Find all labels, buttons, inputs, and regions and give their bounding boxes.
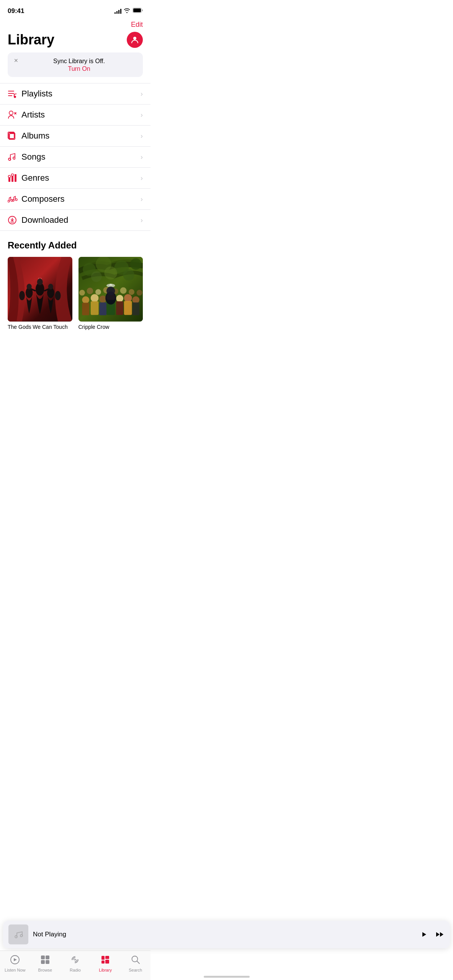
playlists-label: Playlists (21, 89, 141, 99)
svg-point-6 (9, 111, 13, 115)
svg-rect-54 (82, 303, 89, 315)
svg-point-32 (27, 284, 32, 290)
svg-rect-16 (15, 174, 16, 182)
svg-rect-58 (116, 301, 123, 315)
svg-point-35 (19, 291, 25, 300)
recently-added-section: Recently Added (0, 231, 150, 330)
songs-icon (8, 152, 21, 162)
library-item-artists[interactable]: Artists › (0, 105, 150, 126)
downloaded-label: Downloaded (21, 215, 141, 225)
album-grid: The Gods We Can Touch (0, 257, 150, 330)
composers-chevron: › (141, 195, 143, 203)
composers-label: Composers (21, 194, 141, 204)
album-art-1 (78, 257, 143, 322)
library-item-composers[interactable]: Composers › (0, 189, 150, 210)
svg-point-44 (91, 271, 101, 282)
svg-point-67 (129, 289, 134, 295)
album-name-0: The Gods We Can Touch (8, 324, 72, 330)
svg-rect-56 (99, 302, 106, 315)
album-art-0 (8, 257, 72, 322)
svg-point-49 (99, 296, 106, 303)
genres-label: Genres (21, 173, 141, 183)
artists-icon (8, 110, 21, 119)
genres-icon (8, 173, 21, 183)
library-list: Playlists › Artists › (0, 83, 150, 231)
svg-point-66 (120, 287, 126, 294)
edit-button[interactable]: Edit (131, 21, 143, 29)
svg-rect-59 (124, 301, 132, 315)
svg-point-47 (82, 296, 89, 304)
svg-point-51 (116, 295, 123, 302)
svg-point-46 (123, 269, 134, 281)
svg-point-48 (90, 294, 98, 302)
recently-added-title: Recently Added (0, 231, 150, 257)
svg-point-45 (104, 267, 117, 280)
downloaded-chevron: › (141, 216, 143, 224)
sync-close-button[interactable]: ✕ (14, 57, 18, 64)
wifi-icon (124, 8, 130, 15)
library-item-playlists[interactable]: Playlists › (0, 83, 150, 105)
svg-point-36 (55, 291, 61, 300)
signal-icon (114, 8, 121, 14)
sync-banner: ✕ Sync Library is Off. Turn On (8, 52, 143, 77)
status-icons (114, 8, 143, 15)
svg-rect-55 (90, 301, 98, 315)
svg-point-62 (87, 288, 93, 294)
genres-chevron: › (141, 174, 143, 182)
svg-point-43 (130, 258, 141, 270)
album-name-1: Cripple Crow (78, 324, 143, 330)
status-time: 09:41 (8, 7, 24, 15)
sync-message: Sync Library is Off. (21, 57, 137, 65)
album-card-1[interactable]: Cripple Crow (78, 257, 143, 330)
account-button[interactable] (127, 32, 143, 48)
svg-point-20 (8, 200, 10, 202)
albums-chevron: › (141, 132, 143, 140)
composers-icon (8, 195, 21, 203)
album-card-0[interactable]: The Gods We Can Touch (8, 257, 72, 330)
library-item-albums[interactable]: Albums › (0, 126, 150, 147)
title-row: Library (0, 32, 150, 52)
svg-rect-60 (132, 302, 139, 315)
songs-label: Songs (21, 152, 141, 162)
svg-point-23 (15, 199, 17, 201)
svg-point-12 (8, 158, 11, 160)
artists-label: Artists (21, 110, 141, 120)
svg-point-34 (48, 284, 53, 290)
playlists-chevron: › (141, 90, 143, 98)
library-item-songs[interactable]: Songs › (0, 147, 150, 168)
albums-label: Albums (21, 131, 141, 141)
svg-rect-15 (11, 176, 13, 182)
library-item-genres[interactable]: Genres › (0, 168, 150, 189)
albums-icon (8, 131, 21, 140)
battery-icon (132, 8, 143, 15)
svg-point-71 (106, 287, 115, 295)
page-title: Library (8, 32, 54, 48)
svg-point-22 (12, 199, 14, 201)
svg-point-28 (37, 279, 43, 285)
header-bar: Edit (0, 19, 150, 32)
library-item-downloaded[interactable]: Downloaded › (0, 210, 150, 231)
status-bar: 09:41 (0, 0, 150, 19)
turn-on-sync-button[interactable]: Turn On (21, 65, 137, 72)
songs-chevron: › (141, 153, 143, 161)
svg-point-68 (136, 290, 142, 296)
svg-point-52 (124, 294, 132, 302)
artists-chevron: › (141, 111, 143, 119)
svg-point-63 (95, 289, 101, 295)
playlists-icon (8, 90, 21, 98)
svg-point-2 (133, 37, 136, 40)
downloaded-icon (8, 216, 21, 225)
svg-rect-1 (133, 8, 141, 12)
svg-point-61 (79, 290, 85, 296)
